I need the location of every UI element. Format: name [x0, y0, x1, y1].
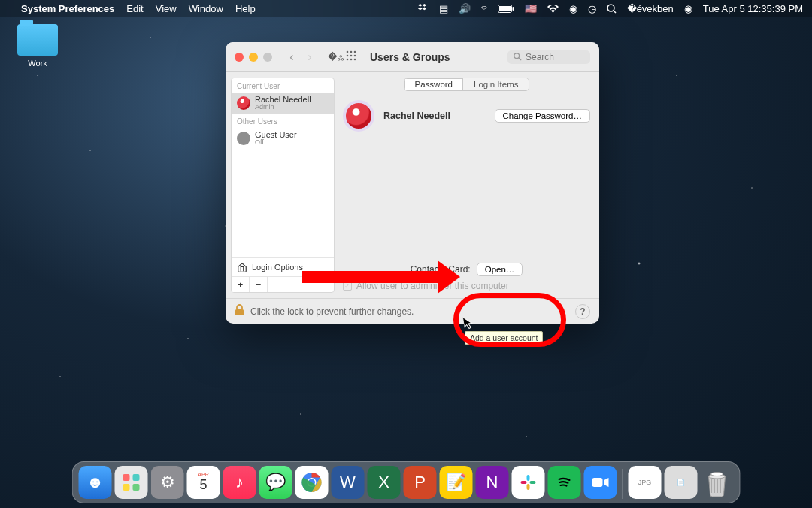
svg-rect-27: [530, 481, 536, 484]
svg-line-15: [519, 58, 521, 60]
dock-separator: [623, 469, 623, 499]
dock-word[interactable]: W: [332, 466, 365, 499]
battery-icon[interactable]: [498, 5, 514, 13]
dock-onenote[interactable]: N: [476, 466, 509, 499]
wifi-icon[interactable]: [547, 5, 559, 13]
user-icon[interactable]: ◉: [569, 3, 577, 14]
dock-messages[interactable]: 💬: [259, 466, 292, 499]
svg-point-3: [607, 5, 614, 11]
siri-icon[interactable]: ◉: [684, 3, 692, 14]
lock-icon[interactable]: [235, 304, 244, 318]
svg-rect-20: [133, 474, 140, 481]
dock-system-preferences[interactable]: ⚙: [151, 466, 184, 499]
admin-checkbox-label: Allow user to administer this computer: [356, 281, 509, 291]
display-name: Rachel Needell: [383, 111, 450, 121]
tab-password[interactable]: Password: [404, 78, 464, 90]
change-password-button[interactable]: Change Password…: [495, 109, 590, 123]
svg-rect-26: [527, 475, 530, 481]
menu-help[interactable]: Help: [235, 3, 256, 14]
dock-slack[interactable]: [512, 466, 545, 499]
sidebar-item-guest-user[interactable]: Guest User Off: [232, 128, 334, 149]
svg-point-9: [350, 55, 353, 57]
dock-chrome[interactable]: [295, 466, 329, 499]
svg-point-8: [347, 55, 349, 57]
svg-point-13: [354, 59, 356, 61]
tab-segmented-control: Password Login Items: [404, 78, 530, 91]
show-all-button[interactable]: [346, 50, 356, 63]
svg-rect-28: [527, 484, 530, 490]
svg-rect-16: [235, 309, 244, 315]
contacts-card-label: Contacts Card:: [411, 264, 471, 275]
clock-icon[interactable]: ◷: [588, 3, 596, 14]
traffic-lights: [235, 53, 272, 62]
folder-icon: [17, 24, 58, 56]
menubar-clock[interactable]: Tue Apr 5 12:35:39 PM: [703, 3, 803, 14]
flag-icon[interactable]: 🇺🇸: [525, 3, 537, 14]
user-avatar-large[interactable]: [343, 100, 374, 132]
desktop-folder-work[interactable]: Work: [11, 24, 65, 68]
dock-file-2[interactable]: 📄: [665, 466, 698, 499]
admin-checkbox: ✓: [343, 281, 352, 291]
svg-point-5: [347, 51, 349, 53]
close-button[interactable]: [235, 53, 244, 62]
menu-edit[interactable]: Edit: [126, 3, 143, 14]
control-center-icon[interactable]: �években: [627, 3, 674, 14]
bluetooth-icon[interactable]: ⌔: [481, 3, 487, 14]
users-sidebar: Current User Rachel Needell Admin Other …: [231, 78, 335, 293]
svg-rect-2: [512, 7, 514, 11]
dock-notes[interactable]: 📝: [440, 466, 473, 499]
dock-excel[interactable]: X: [368, 466, 401, 499]
svg-point-6: [350, 51, 353, 53]
user-role: Admin: [255, 104, 311, 111]
app-menu[interactable]: System Preferences: [21, 3, 114, 14]
svg-point-12: [350, 59, 353, 61]
dock-file-1[interactable]: JPG: [629, 466, 662, 499]
house-icon: [237, 262, 247, 272]
dock-music[interactable]: ♪: [223, 466, 256, 499]
show-all-button[interactable]: �ஃ: [328, 50, 344, 63]
svg-point-14: [514, 53, 520, 59]
add-user-tooltip: Add a user account: [465, 331, 543, 345]
add-user-button[interactable]: +: [232, 277, 250, 292]
add-remove-row: + −: [232, 276, 334, 292]
dock-powerpoint[interactable]: P: [404, 466, 437, 499]
dock-zoom[interactable]: [584, 466, 617, 499]
open-contacts-button[interactable]: Open…: [477, 263, 523, 276]
dock-trash[interactable]: [701, 466, 734, 499]
search-field[interactable]: [508, 50, 590, 64]
zoom-button[interactable]: [263, 53, 272, 62]
dock: ☻ ⚙ APR5 ♪ 💬 W X P 📝 N JPG 📄: [72, 461, 741, 503]
help-button[interactable]: ?: [575, 304, 590, 319]
minimize-button[interactable]: [249, 53, 258, 62]
svg-line-4: [614, 11, 616, 13]
dock-spotify[interactable]: [548, 466, 581, 499]
folder-label: Work: [11, 59, 65, 68]
back-button[interactable]: ‹: [284, 50, 299, 64]
svg-point-10: [354, 55, 356, 57]
spotlight-icon[interactable]: [607, 4, 617, 14]
current-user-heading: Current User: [232, 78, 334, 93]
dock-finder[interactable]: ☻: [79, 466, 112, 499]
search-input[interactable]: [526, 52, 578, 62]
svg-point-32: [711, 473, 723, 476]
login-options-item[interactable]: Login Options: [232, 257, 334, 276]
sidebar-item-current-user[interactable]: Rachel Needell Admin: [232, 93, 334, 114]
dropbox-icon[interactable]: [418, 3, 429, 14]
footer-text: Click the lock to prevent further change…: [250, 306, 414, 317]
svg-rect-29: [521, 481, 527, 484]
box-icon[interactable]: ▤: [439, 3, 448, 14]
dock-calendar[interactable]: APR5: [187, 466, 220, 499]
remove-user-button[interactable]: −: [250, 277, 268, 292]
dock-launchpad[interactable]: [115, 466, 148, 499]
volume-icon[interactable]: 🔊: [459, 3, 471, 14]
svg-rect-21: [123, 484, 130, 491]
tab-login-items[interactable]: Login Items: [463, 78, 529, 90]
other-users-heading: Other Users: [232, 114, 334, 128]
menu-window[interactable]: Window: [189, 3, 223, 14]
window-titlebar: ‹ › �ஃ Users & Groups: [226, 42, 599, 72]
menu-view[interactable]: View: [156, 3, 177, 14]
svg-rect-19: [123, 474, 130, 481]
window-title: Users & Groups: [370, 51, 450, 63]
menubar: System Preferences Edit View Window Help…: [0, 0, 812, 17]
svg-point-11: [347, 59, 349, 61]
